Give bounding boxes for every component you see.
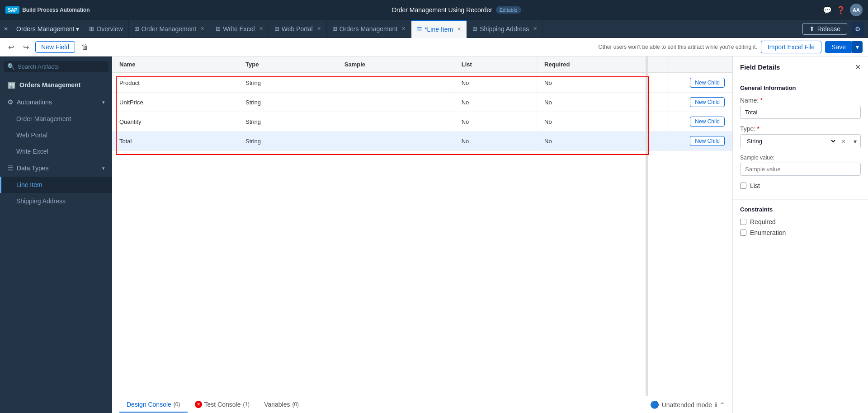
enumeration-checkbox-label: Enumeration [750, 229, 786, 236]
chat-icon[interactable]: 💬 [823, 6, 832, 14]
save-caret-button[interactable]: ▾ [852, 41, 863, 53]
sidebar-data-types-label: Data Types [17, 164, 49, 172]
general-info-section: General Information Name: * Type: * Stri… [733, 78, 868, 199]
cell-sample-3 [337, 131, 454, 151]
save-label: Save [831, 43, 846, 51]
resize-handle[interactable]: ⋮ [646, 56, 648, 396]
tab-shipping-address[interactable]: ⊞ Shipping Address ✕ [467, 20, 543, 38]
tab-orders-management-close[interactable]: ✕ [401, 26, 406, 32]
artifacts-label: Orders Management [16, 25, 74, 33]
sidebar-item-data-types[interactable]: ☰ Data Types ▾ [0, 160, 112, 177]
cell-list-2: No [454, 112, 537, 131]
general-section-title: General Information [740, 84, 861, 91]
header-center: Order Management Using Recorder Editable [94, 6, 819, 14]
test-console-error-badge: ✕ [195, 401, 202, 408]
content-area: Name Type Sample List Required Product S… [112, 56, 732, 413]
tab-write-excel-close[interactable]: ✕ [259, 26, 263, 32]
col-header-list: List [454, 56, 537, 73]
bottom-bar-expand-button[interactable]: ⌃ [720, 401, 725, 408]
tab-design-console[interactable]: Design Console (0) [119, 397, 188, 413]
search-bar: 🔍 [4, 61, 108, 72]
col-header-action [669, 56, 732, 73]
release-label: Release [817, 25, 840, 33]
tab-order-management[interactable]: ⊞ Order Management ✕ [129, 20, 210, 38]
cell-action-1: New Child [669, 93, 732, 112]
table-row[interactable]: Total String No No New Child [112, 131, 732, 151]
settings-button[interactable]: ⚙ [851, 22, 864, 36]
import-excel-button[interactable]: Import Excel File [761, 41, 821, 53]
required-checkbox[interactable] [740, 219, 746, 225]
sidebar-item-shipping-address[interactable]: Shipping Address [0, 193, 112, 209]
panel-close-button[interactable]: ✕ [855, 63, 861, 71]
table-row[interactable]: Quantity String No No New Child [112, 112, 732, 131]
design-console-label: Design Console [127, 401, 171, 408]
delete-button[interactable]: 🗑 [79, 41, 91, 53]
new-child-button-3[interactable]: New Child [690, 136, 725, 146]
tab-test-console[interactable]: ✕ Test Console (1) [188, 397, 257, 413]
col-header-type: Type [238, 56, 337, 73]
tab-shipping-address-close[interactable]: ✕ [533, 26, 537, 32]
web-portal-sub-label: Web Portal [16, 131, 47, 139]
redo-button[interactable]: ↪ [20, 41, 32, 53]
tab-line-item-close[interactable]: ✕ [457, 26, 461, 32]
cell-type-0: String [238, 73, 337, 93]
table-row[interactable]: Product String No No New Child [112, 73, 732, 93]
data-types-chevron-icon: ▾ [102, 165, 105, 171]
tab-web-portal-label: Web Portal [282, 25, 313, 33]
search-input[interactable] [18, 63, 105, 70]
save-button[interactable]: Save [825, 41, 852, 53]
bottom-right: 🔵 Unattended mode ℹ ⌃ [650, 400, 725, 409]
tab-line-item[interactable]: ☰ *Line Item ✕ [411, 20, 467, 38]
tab-variables[interactable]: Variables (0) [257, 397, 306, 413]
test-console-label: Test Console [204, 401, 241, 408]
constraints-section: Constraints Required Enumeration [733, 199, 868, 246]
app-title: Build Process Automation [22, 7, 90, 13]
undo-button[interactable]: ↩ [5, 41, 17, 53]
test-console-count: (1) [243, 401, 250, 408]
tab-order-management-close[interactable]: ✕ [200, 26, 204, 32]
cell-action-0: New Child [669, 73, 732, 93]
tab-orders-management[interactable]: ⊞ Orders Management ✕ [327, 20, 411, 38]
sidebar-item-order-management-sub[interactable]: Order Management [0, 111, 112, 127]
design-console-count: (0) [174, 401, 180, 408]
sidebar-item-write-excel-sub[interactable]: Write Excel [0, 143, 112, 160]
type-clear-button[interactable]: ✕ [837, 135, 850, 148]
artifacts-dropdown[interactable]: Orders Management ▾ [12, 23, 84, 34]
tab-web-portal-close[interactable]: ✕ [317, 26, 321, 32]
sidebar-item-automations[interactable]: ⚙ Automations ▾ [0, 94, 112, 111]
tab-order-management-label: Order Management [142, 25, 196, 33]
write-excel-tab-icon: ⊞ [216, 25, 221, 32]
avatar[interactable]: AA [850, 4, 863, 16]
new-child-button-2[interactable]: New Child [690, 117, 725, 127]
list-checkbox-row: List [740, 182, 861, 189]
type-select[interactable]: String Integer Boolean Number [741, 135, 837, 148]
col-header-required: Required [537, 56, 669, 73]
sidebar-item-line-item[interactable]: Line Item [0, 177, 112, 193]
cell-type-1: String [238, 93, 337, 112]
table-area: Name Type Sample List Required Product S… [112, 56, 732, 396]
tab-write-excel-label: Write Excel [223, 25, 255, 33]
help-icon[interactable]: ❓ [836, 6, 845, 14]
unattended-label: Unattended mode [662, 401, 712, 408]
sample-input[interactable] [740, 163, 861, 176]
variables-label: Variables [264, 401, 290, 408]
table-header-row: Name Type Sample List Required [112, 56, 732, 73]
release-button[interactable]: ⬆ Release [802, 23, 847, 35]
new-child-button-0[interactable]: New Child [690, 78, 725, 88]
tab-web-portal[interactable]: ⊞ Web Portal ✕ [269, 20, 327, 38]
enumeration-checkbox[interactable] [740, 230, 746, 236]
close-x-button[interactable]: ✕ [4, 26, 8, 32]
table-row[interactable]: UnitPrice String No No New Child [112, 93, 732, 112]
unattended-icon: 🔵 [650, 400, 659, 409]
name-input[interactable] [740, 106, 861, 119]
new-child-button-1[interactable]: New Child [690, 97, 725, 107]
list-checkbox[interactable] [740, 183, 746, 189]
cell-sample-2 [337, 112, 454, 131]
cell-required-3: No [537, 131, 669, 151]
sidebar-item-web-portal-sub[interactable]: Web Portal [0, 127, 112, 143]
sidebar-item-orders-management[interactable]: 🏢 Orders Management [0, 76, 112, 94]
new-field-button[interactable]: New Field [35, 41, 75, 53]
tab-overview[interactable]: ⊞ Overview [84, 20, 128, 38]
name-label: Name: * [740, 97, 861, 104]
tab-write-excel[interactable]: ⊞ Write Excel ✕ [210, 20, 269, 38]
